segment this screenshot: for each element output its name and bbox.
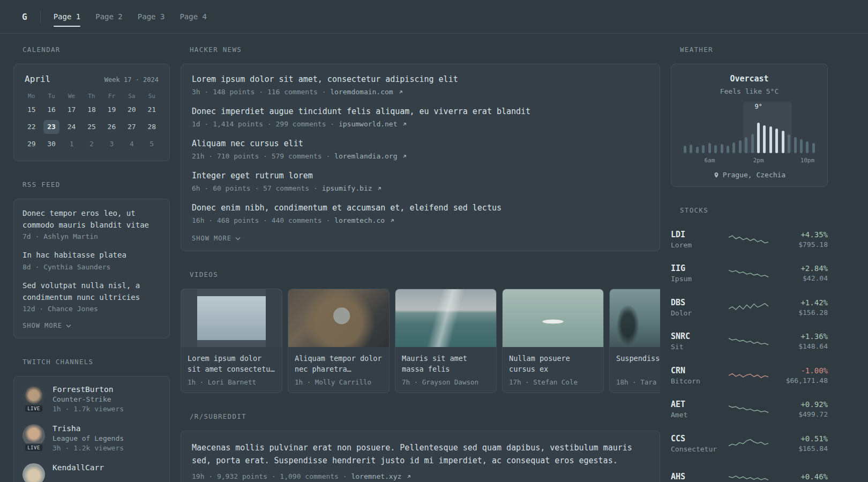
video-card[interactable]: Mauris sit amet massa felis 7h · Grayson… [395, 289, 497, 393]
weather-bar [757, 123, 760, 153]
page-tab[interactable]: Page 4 [179, 12, 207, 21]
stock-row[interactable]: DBS Dolor +1.42% $156.28 [671, 290, 828, 325]
calendar-weekday-row: Mo Tu We Th Fr Sa Su [21, 93, 162, 103]
calendar-weekday: Sa [122, 93, 141, 103]
hackernews-story-domain[interactable]: ipsumworld.net [339, 120, 398, 128]
calendar-day: 18 [84, 103, 100, 117]
hackernews-widget: HACKER NEWS Lorem ipsum dolor sit amet, … [181, 46, 660, 251]
video-thumbnail[interactable] [181, 289, 282, 347]
external-link-icon [390, 218, 395, 223]
twitch-channel[interactable]: LIVE Trisha League of Legends 3h · 1.2k … [23, 424, 161, 452]
hackernews-story-domain[interactable]: loremdomain.com [330, 88, 393, 96]
video-card-body: Mauris sit amet massa felis 7h · Grayson… [395, 347, 496, 393]
hackernews-story-title[interactable]: Donec imperdiet augue tincidunt felis al… [192, 106, 649, 117]
sparkline-path [729, 270, 768, 277]
rss-item-title[interactable]: In hac habitasse platea [23, 250, 161, 261]
stock-values: +0.92% $499.72 [774, 400, 828, 418]
live-badge: LIVE [24, 404, 43, 413]
calendar-day: 5 [144, 137, 160, 151]
video-title[interactable]: Nullam posuere cursus ex [509, 353, 597, 374]
stock-row[interactable]: SNRC Sit +1.36% $148.64 [671, 325, 828, 359]
stock-ticker: IIG [671, 263, 722, 273]
stock-row[interactable]: LDI Lorem +4.35% $795.18 [671, 222, 828, 257]
hackernews-story-stats: 6h · 60 points · 57 comments · [192, 184, 318, 192]
hackernews-story-stats: 16h · 468 points · 440 comments · [192, 216, 330, 224]
stock-change: +1.36% [774, 332, 828, 341]
hackernews-story-domain[interactable]: loremlandia.org [334, 152, 397, 160]
subreddit-post-title[interactable]: Maecenas mollis pulvinar erat non posuer… [192, 441, 649, 467]
page-tab[interactable]: Page 3 [138, 12, 165, 21]
stocks-list: LDI Lorem +4.35% $795.18 [671, 222, 828, 482]
rss-list: Donec tempor eros leo, ut commodo mauris… [23, 208, 161, 313]
stock-id: IIG Ipsum [671, 263, 722, 283]
stock-values: +2.84% $42.04 [774, 264, 828, 282]
video-card[interactable]: Lorem ipsum dolor sit amet consectetu… 1… [181, 289, 282, 393]
subreddit-post-meta: 19h · 9,932 points · 1,090 comments · lo… [192, 471, 649, 481]
sparkline-chart [729, 470, 768, 482]
stock-id: AET Amet [671, 400, 722, 419]
video-title[interactable]: Mauris sit amet massa felis [402, 353, 490, 374]
stock-values: +0.51% $165.84 [774, 434, 828, 453]
stock-row[interactable]: AET Amet +0.92% $499.72 [671, 393, 828, 427]
video-card[interactable]: Suspendisse diam 18h · Tara [609, 289, 660, 393]
subreddit-post-domain[interactable]: loremnet.xyz [351, 472, 401, 480]
twitch-channel-name[interactable]: ForrestBurton [53, 385, 124, 394]
video-card[interactable]: Nullam posuere cursus ex 17h · Stefan Co… [502, 289, 604, 393]
video-thumbnail[interactable] [610, 289, 660, 347]
external-link-icon [398, 89, 403, 95]
page-tab[interactable]: Page 1 [54, 12, 81, 21]
live-badge: LIVE [24, 443, 43, 452]
stock-values: -1.00% $66,171.48 [774, 366, 828, 385]
stock-name: Consectetur [671, 445, 722, 453]
hackernews-show-more-button[interactable]: SHOW MORE [192, 235, 649, 242]
video-card-body: Aliquam tempor dolor nec pharetra… 1h · … [288, 347, 389, 393]
video-title[interactable]: Lorem ipsum dolor sit amet consectetu… [188, 353, 275, 374]
video-thumbnail[interactable] [503, 289, 603, 347]
show-more-label: SHOW MORE [23, 322, 62, 329]
rss-item-title[interactable]: Donec tempor eros leo, ut commodo mauris… [23, 208, 161, 231]
location-pin-icon [713, 172, 720, 178]
chevron-down-icon [235, 237, 241, 240]
video-thumbnail[interactable] [395, 289, 496, 347]
rss-show-more-button[interactable]: SHOW MORE [23, 322, 161, 329]
hackernews-story-title[interactable]: Donec enim nibh, condimentum et accumsan… [192, 202, 649, 214]
video-card[interactable]: Aliquam tempor dolor nec pharetra… 1h · … [288, 289, 390, 393]
weather-bar [684, 146, 686, 153]
hackernews-story-title[interactable]: Lorem ipsum dolor sit amet, consectetur … [192, 74, 649, 85]
stock-row[interactable]: AHS +0.46% [671, 461, 828, 482]
video-title[interactable]: Aliquam tempor dolor nec pharetra… [295, 353, 383, 374]
stock-row[interactable]: CCS Consectetur +0.51% $165.84 [671, 426, 828, 461]
weather-bar [782, 131, 784, 153]
right-column: WEATHER Overcast Feels like 5°C 9° 6am2p… [671, 46, 828, 482]
videos-widget: VIDEOS Lorem ipsum dolor sit amet consec… [181, 270, 660, 393]
sparkline-chart [729, 232, 768, 247]
twitch-channel-name[interactable]: Trisha [53, 424, 124, 433]
video-thumbnail[interactable] [288, 289, 389, 347]
hackernews-story-title[interactable]: Integer eget rutrum lorem [192, 170, 649, 182]
calendar-day: 22 [24, 120, 40, 134]
hackernews-story-domain[interactable]: ipsumify.biz [322, 184, 372, 192]
weather-bar [702, 145, 705, 153]
stock-row[interactable]: CRN Bitcorn -1.00% $66,171.48 [671, 358, 828, 393]
stock-row[interactable]: IIG Ipsum +2.84% $42.04 [671, 257, 828, 291]
twitch-channel-game: Counter-Strike [53, 395, 124, 403]
calendar-day: 16 [43, 103, 59, 117]
app-logo[interactable]: G [22, 12, 27, 22]
stock-price: $795.18 [774, 240, 828, 248]
stock-ticker: CRN [671, 366, 722, 375]
rss-widget: RSS FEED Donec tempor eros leo, ut commo… [13, 180, 170, 338]
video-author: 17h · Stefan Cole [509, 378, 597, 386]
twitch-channel[interactable]: LIVE KendallCarr [23, 463, 161, 482]
calendar-weekday: We [62, 93, 81, 103]
twitch-channel[interactable]: LIVE ForrestBurton Counter-Strike 1h · 1… [23, 385, 161, 413]
dashboard-columns: CALENDAR April Week 17 · 2024 Mo Tu We [0, 34, 868, 482]
external-link-icon [377, 186, 382, 191]
hackernews-story-title[interactable]: Aliquam nec cursus elit [192, 138, 649, 149]
video-title[interactable]: Suspendisse diam [616, 353, 660, 374]
weather-time-label: 10pm [800, 157, 815, 164]
rss-item-title[interactable]: Sed volutpat nulla nisl, a condimentum n… [23, 280, 161, 303]
weather-bar [794, 137, 797, 153]
hackernews-story-domain[interactable]: loremtech.co [334, 216, 385, 224]
page-tab[interactable]: Page 2 [95, 12, 123, 21]
twitch-channel-name[interactable]: KendallCarr [53, 463, 104, 472]
